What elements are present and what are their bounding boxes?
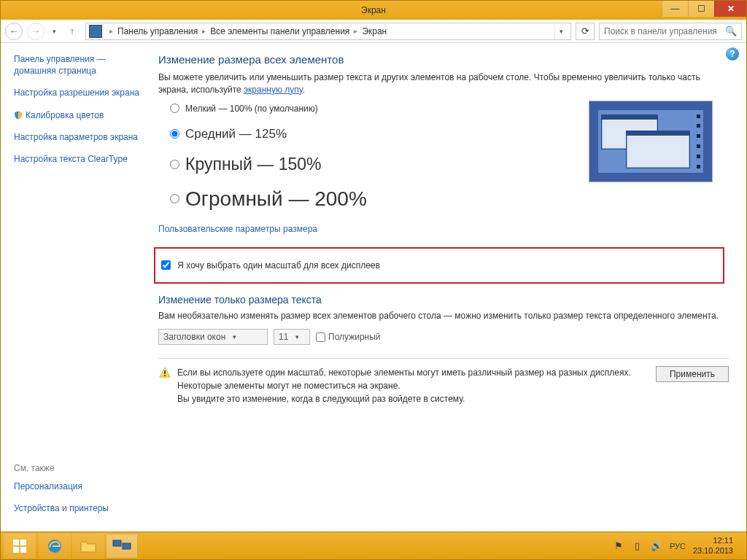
sidebar-link-personalization[interactable]: Персонализация — [14, 481, 144, 492]
scale-preview — [589, 101, 713, 182]
chevron-down-icon: ▾ — [233, 333, 236, 341]
radio-medium-input[interactable] — [170, 129, 179, 139]
search-input[interactable] — [604, 26, 725, 36]
chevron-right-icon: ▸ — [198, 27, 210, 35]
breadcrumb-item[interactable]: Все элементы панели управления — [210, 26, 349, 36]
heading-text-size: Изменение только размера текста — [158, 294, 729, 306]
checkbox-all-displays-input[interactable] — [161, 260, 171, 270]
radio-xlarge[interactable]: Огромный — 200% — [170, 187, 729, 211]
taskbar: ⚑ ▯ 🔊 РУС 12:11 23.10.2013 — [1, 532, 746, 559]
system-tray: ⚑ ▯ 🔊 РУС 12:11 23.10.2013 — [613, 536, 743, 555]
content-area: ? Панель управления — домашняя страница … — [1, 43, 746, 532]
font-size-select[interactable]: 11▾ — [274, 329, 310, 345]
scale-options: Мелкий — 100% (по умолчанию) Средний — 1… — [158, 104, 729, 211]
forward-button[interactable]: → — [27, 23, 44, 40]
taskbar-control-panel[interactable] — [106, 534, 138, 559]
radio-large-input[interactable] — [170, 160, 179, 169]
close-button[interactable]: ✕ — [714, 1, 746, 17]
sidebar-link-calibration[interactable]: Калибровка цветов — [14, 109, 144, 121]
breadcrumb[interactable]: ▸ Панель управления ▸ Все элементы панел… — [85, 23, 571, 40]
radio-xlarge-input[interactable] — [170, 194, 179, 203]
search-box[interactable]: 🔍 — [599, 23, 742, 40]
radio-large-label: Крупный — 150% — [185, 155, 322, 174]
custom-sizing-link[interactable]: Пользовательские параметры размера — [158, 224, 729, 234]
up-button[interactable]: ↑ — [63, 23, 81, 40]
radio-small-label: Мелкий — 100% (по умолчанию) — [185, 104, 318, 114]
intro-text: Вы можете увеличить или уменьшить размер… — [158, 71, 729, 96]
breadcrumb-item[interactable]: Панель управления — [117, 26, 198, 36]
svg-rect-1 — [164, 376, 166, 377]
volume-icon[interactable]: 🔊 — [651, 540, 662, 552]
svg-rect-0 — [164, 371, 166, 375]
sidebar-link-devices[interactable]: Устройства и принтеры — [14, 502, 144, 514]
folder-icon — [80, 539, 97, 553]
apply-button[interactable]: Применить — [656, 366, 729, 382]
sidebar-link-settings[interactable]: Настройка параметров экрана — [14, 131, 144, 143]
window-title: Экран — [361, 5, 386, 15]
svg-rect-3 — [113, 540, 121, 546]
highlight-annotation: Я хочу выбрать один масштаб для всех дис… — [154, 247, 724, 284]
display-icon — [112, 540, 131, 553]
text-size-intro: Вам необязательно изменять размер всех э… — [158, 310, 729, 322]
svg-rect-4 — [123, 543, 131, 549]
refresh-button[interactable]: ⟳ — [576, 23, 595, 40]
chevron-right-icon: ▸ — [105, 27, 117, 35]
bold-checkbox[interactable]: Полужирный — [316, 332, 381, 342]
radio-small-input[interactable] — [170, 104, 179, 113]
shield-icon — [14, 111, 23, 120]
warning-icon — [158, 366, 171, 379]
breadcrumb-dropdown[interactable]: ▾ — [554, 23, 568, 39]
taskbar-explorer[interactable] — [72, 534, 104, 559]
sidebar-link-resolution[interactable]: Настройка разрешения экрана — [14, 87, 144, 98]
element-select[interactable]: Заголовки окон▾ — [158, 329, 268, 345]
sidebar-link-cleartype[interactable]: Настройка текста ClearType — [14, 153, 144, 165]
sidebar-link-home[interactable]: Панель управления — домашняя страница — [14, 53, 144, 77]
back-button[interactable]: ← — [5, 23, 23, 40]
help-icon[interactable]: ? — [726, 47, 739, 61]
sidebar: Панель управления — домашняя страница На… — [1, 43, 151, 532]
see-also-heading: См. также — [14, 463, 144, 473]
separator — [158, 358, 729, 359]
action-center-icon[interactable]: ⚑ — [613, 540, 624, 552]
heading-resize: Изменение размера всех элементов — [158, 53, 729, 66]
language-indicator[interactable]: РУС — [670, 540, 686, 552]
warning-row: Если вы используете один масштаб, некото… — [158, 366, 729, 405]
control-panel-icon — [89, 25, 102, 38]
chevron-right-icon: ▸ — [349, 27, 362, 35]
navbar: ← → ▾ ↑ ▸ Панель управления ▸ Все элемен… — [1, 20, 746, 43]
radio-xlarge-label: Огромный — 200% — [185, 187, 367, 211]
text-size-controls: Заголовки окон▾ 11▾ Полужирный — [158, 329, 729, 345]
start-button[interactable] — [4, 534, 36, 559]
chevron-down-icon: ▾ — [295, 333, 299, 341]
radio-medium-label: Средний — 125% — [185, 127, 287, 141]
taskbar-clock[interactable]: 12:11 23.10.2013 — [693, 536, 738, 555]
ie-icon — [46, 537, 63, 555]
history-dropdown[interactable]: ▾ — [49, 23, 59, 40]
bold-checkbox-input[interactable] — [316, 332, 325, 342]
taskbar-ie[interactable] — [39, 534, 71, 559]
checkbox-all-displays[interactable]: Я хочу выбрать один масштаб для всех дис… — [161, 260, 380, 271]
windows-logo-icon — [13, 540, 26, 553]
main-panel: Изменение размера всех элементов Вы може… — [151, 43, 746, 532]
window: Экран — ☐ ✕ ← → ▾ ↑ ▸ Панель управления … — [0, 0, 747, 560]
warning-text: Если вы используете один масштаб, некото… — [177, 366, 650, 405]
breadcrumb-item[interactable]: Экран — [362, 26, 387, 36]
minimize-button[interactable]: — — [662, 1, 688, 17]
maximize-button[interactable]: ☐ — [688, 1, 714, 17]
network-icon[interactable]: ▯ — [632, 540, 643, 552]
search-icon: 🔍 — [725, 26, 737, 36]
window-controls: — ☐ ✕ — [662, 1, 746, 17]
magnifier-link[interactable]: экранную лупу — [244, 85, 303, 95]
titlebar: Экран — ☐ ✕ — [1, 1, 746, 20]
